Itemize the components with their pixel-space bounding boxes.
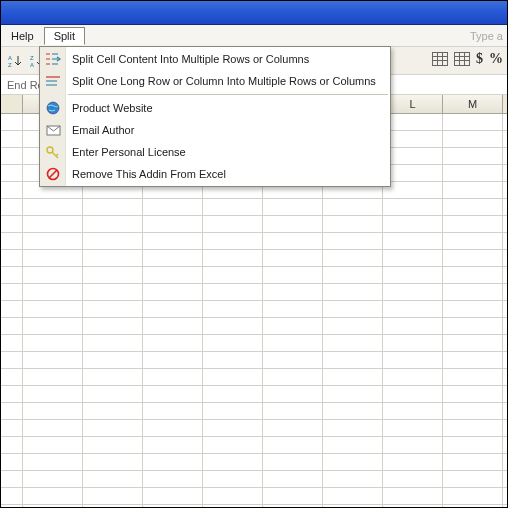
cell[interactable]: [443, 471, 503, 487]
row-header[interactable]: [1, 165, 23, 181]
cell[interactable]: [263, 301, 323, 317]
cell[interactable]: [23, 199, 83, 215]
cell[interactable]: [323, 488, 383, 504]
cell[interactable]: [83, 335, 143, 351]
sort-asc-icon[interactable]: AZ: [5, 51, 25, 71]
cell[interactable]: [383, 454, 443, 470]
row-header[interactable]: [1, 250, 23, 266]
cell[interactable]: [23, 386, 83, 402]
row-header[interactable]: [1, 182, 23, 198]
cell[interactable]: [443, 216, 503, 232]
cell[interactable]: [143, 471, 203, 487]
cell[interactable]: [323, 369, 383, 385]
cell[interactable]: [263, 284, 323, 300]
cell[interactable]: [443, 437, 503, 453]
cell[interactable]: [383, 267, 443, 283]
menu-item-email-author[interactable]: Email Author: [40, 119, 390, 141]
cell[interactable]: [383, 437, 443, 453]
cell[interactable]: [443, 250, 503, 266]
cell[interactable]: [263, 233, 323, 249]
cell[interactable]: [383, 233, 443, 249]
cell[interactable]: [23, 301, 83, 317]
cell[interactable]: [383, 369, 443, 385]
cell[interactable]: [23, 488, 83, 504]
cell[interactable]: [383, 114, 443, 130]
cell[interactable]: [23, 250, 83, 266]
row-header[interactable]: [1, 437, 23, 453]
cell[interactable]: [383, 471, 443, 487]
row-header[interactable]: [1, 454, 23, 470]
cell[interactable]: [203, 233, 263, 249]
cell[interactable]: [23, 318, 83, 334]
row-header[interactable]: [1, 420, 23, 436]
cell[interactable]: [383, 386, 443, 402]
cell[interactable]: [83, 352, 143, 368]
menu-item-split-long-row[interactable]: Split One Long Row or Column Into Multip…: [40, 70, 390, 92]
cell[interactable]: [83, 233, 143, 249]
cell[interactable]: [323, 250, 383, 266]
cell[interactable]: [83, 420, 143, 436]
cell[interactable]: [143, 301, 203, 317]
cell[interactable]: [83, 471, 143, 487]
cell[interactable]: [263, 454, 323, 470]
menu-item-product-website[interactable]: Product Website: [40, 97, 390, 119]
cell[interactable]: [323, 471, 383, 487]
cell[interactable]: [143, 488, 203, 504]
cell[interactable]: [383, 199, 443, 215]
row-header[interactable]: [1, 267, 23, 283]
cell[interactable]: [443, 352, 503, 368]
row-header[interactable]: [1, 335, 23, 351]
row-header[interactable]: [1, 386, 23, 402]
cell[interactable]: [383, 284, 443, 300]
cell[interactable]: [203, 284, 263, 300]
cell[interactable]: [443, 284, 503, 300]
cell[interactable]: [23, 335, 83, 351]
cell[interactable]: [383, 148, 443, 164]
cell[interactable]: [23, 369, 83, 385]
cell[interactable]: [203, 386, 263, 402]
cell[interactable]: [23, 420, 83, 436]
cell[interactable]: [83, 199, 143, 215]
cell[interactable]: [263, 471, 323, 487]
cell[interactable]: [383, 216, 443, 232]
menu-help[interactable]: Help: [1, 27, 44, 45]
cell[interactable]: [263, 335, 323, 351]
cell[interactable]: [203, 352, 263, 368]
cell[interactable]: [323, 420, 383, 436]
cell[interactable]: [443, 301, 503, 317]
cell[interactable]: [323, 454, 383, 470]
cell[interactable]: [143, 437, 203, 453]
cell[interactable]: [443, 386, 503, 402]
cell[interactable]: [203, 301, 263, 317]
cell[interactable]: [323, 267, 383, 283]
cell[interactable]: [443, 114, 503, 130]
cell[interactable]: [263, 216, 323, 232]
cell[interactable]: [83, 267, 143, 283]
cell[interactable]: [443, 233, 503, 249]
cell[interactable]: [23, 352, 83, 368]
cell[interactable]: [203, 437, 263, 453]
cell[interactable]: [203, 488, 263, 504]
cell[interactable]: [263, 403, 323, 419]
cell[interactable]: [443, 420, 503, 436]
cell[interactable]: [383, 301, 443, 317]
cell[interactable]: [83, 386, 143, 402]
cell[interactable]: [263, 488, 323, 504]
cell[interactable]: [83, 250, 143, 266]
cell[interactable]: [443, 318, 503, 334]
cell[interactable]: [323, 386, 383, 402]
cell[interactable]: [263, 199, 323, 215]
cell[interactable]: [83, 301, 143, 317]
col-header[interactable]: M: [443, 95, 503, 113]
cell[interactable]: [263, 420, 323, 436]
cell[interactable]: [383, 165, 443, 181]
row-header[interactable]: [1, 199, 23, 215]
cell[interactable]: [323, 233, 383, 249]
merge-icon[interactable]: [454, 52, 470, 66]
row-header[interactable]: [1, 301, 23, 317]
currency-button[interactable]: $: [476, 51, 483, 67]
cell[interactable]: [143, 335, 203, 351]
row-header[interactable]: [1, 131, 23, 147]
row-header[interactable]: [1, 216, 23, 232]
cell[interactable]: [83, 488, 143, 504]
